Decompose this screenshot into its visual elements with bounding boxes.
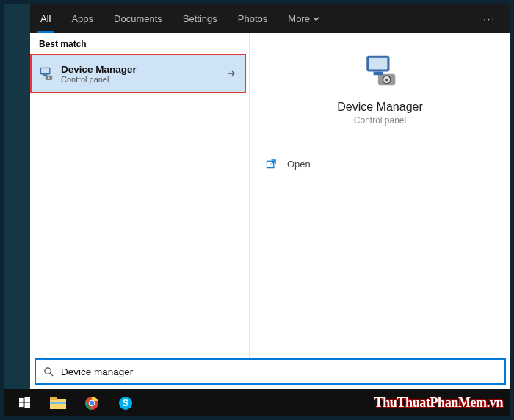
search-panel: All Apps Documents Settings Photos More … <box>30 4 510 389</box>
result-title: Device Manager <box>61 64 217 75</box>
results-column: Best match D <box>30 33 250 358</box>
action-open-label: Open <box>287 159 311 170</box>
search-query-text: Device manager <box>61 366 133 377</box>
device-manager-icon <box>38 65 54 82</box>
svg-point-9 <box>385 79 388 82</box>
taskbar-chrome[interactable] <box>79 392 105 414</box>
taskbar-skype[interactable]: S <box>112 392 139 414</box>
svg-rect-15 <box>19 403 24 408</box>
tab-apps[interactable]: Apps <box>61 4 104 33</box>
watermark: ThuThuatPhanMem.vn <box>374 395 503 410</box>
detail-subtitle: Control panel <box>354 115 406 126</box>
svg-rect-11 <box>267 161 273 167</box>
svg-rect-6 <box>369 58 387 70</box>
search-icon <box>43 366 54 377</box>
tab-all[interactable]: All <box>30 4 61 33</box>
svg-rect-16 <box>24 403 30 408</box>
svg-point-3 <box>48 76 51 79</box>
folder-icon <box>50 397 66 410</box>
svg-rect-19 <box>50 402 66 404</box>
tab-documents[interactable]: Documents <box>104 4 173 33</box>
skype-icon: S <box>118 396 133 410</box>
svg-rect-4 <box>43 74 48 76</box>
svg-text:S: S <box>123 398 128 408</box>
search-input[interactable]: Device manager <box>35 358 506 385</box>
action-open[interactable]: Open <box>266 156 494 173</box>
more-options-button[interactable]: ··· <box>476 13 503 24</box>
windows-icon <box>19 397 30 408</box>
tab-settings[interactable]: Settings <box>173 4 228 33</box>
arrow-right-icon <box>225 68 237 79</box>
device-manager-icon <box>362 52 399 89</box>
text-cursor <box>134 366 134 377</box>
result-device-manager[interactable]: Device Manager Control panel <box>32 55 245 92</box>
tab-photos[interactable]: Photos <box>228 4 278 33</box>
detail-title: Device Manager <box>337 101 423 114</box>
svg-rect-1 <box>41 68 49 73</box>
tab-more-label: More <box>288 13 310 24</box>
svg-point-12 <box>44 367 50 373</box>
svg-point-22 <box>90 400 94 405</box>
svg-rect-14 <box>24 397 30 402</box>
tab-more[interactable]: More <box>278 4 330 33</box>
start-button[interactable] <box>11 392 37 414</box>
taskbar-file-explorer[interactable] <box>45 392 71 414</box>
chrome-icon <box>84 396 99 410</box>
chevron-down-icon <box>313 15 319 22</box>
section-best-match: Best match <box>30 33 249 54</box>
result-expand-button[interactable] <box>217 55 245 92</box>
svg-rect-18 <box>50 397 57 400</box>
svg-rect-10 <box>373 72 383 76</box>
search-tabs-bar: All Apps Documents Settings Photos More … <box>30 4 510 33</box>
svg-rect-13 <box>19 398 24 402</box>
detail-column: Device Manager Control panel Open <box>250 33 510 358</box>
open-icon <box>266 159 277 170</box>
result-subtitle: Control panel <box>61 75 217 84</box>
annotation-highlight: Device Manager Control panel <box>30 54 246 93</box>
desktop-left-strip <box>4 4 30 389</box>
